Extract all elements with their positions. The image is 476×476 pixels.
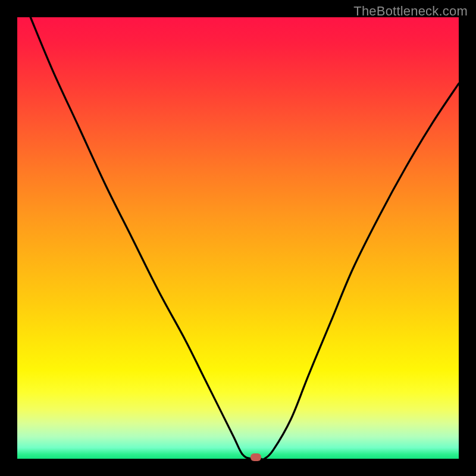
plot-area: [17, 17, 459, 459]
chart-frame: TheBottleneck.com: [0, 0, 476, 476]
bottleneck-curve: [17, 17, 459, 459]
optimum-marker: [250, 453, 261, 461]
